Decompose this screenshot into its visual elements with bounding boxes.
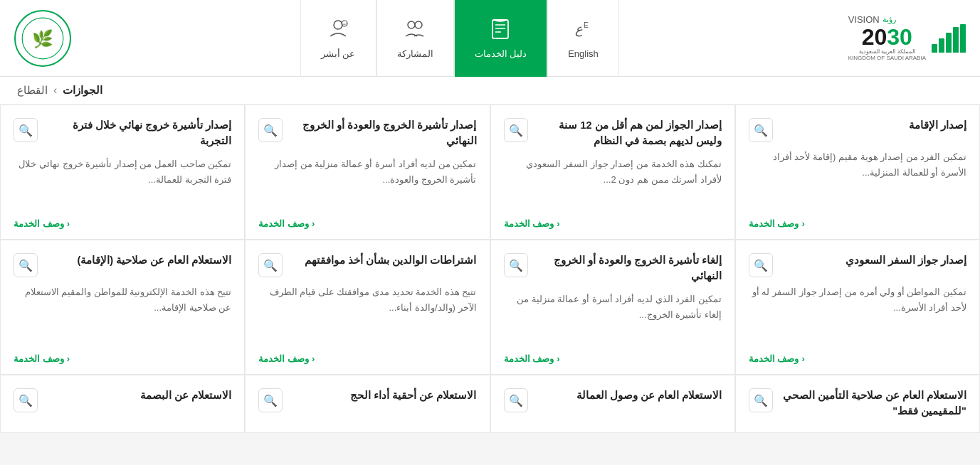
service-card-4: إصدار تأشيرة خروج نهائي خلال فترة التجرب… [0, 105, 245, 240]
svg-text:🌿: 🌿 [32, 28, 53, 49]
card-6-desc: تمكين الفرد الذي لديه أفراد أسرة أو عمال… [504, 292, 722, 347]
tab-participation-label: المشاركة [397, 48, 433, 59]
card-7-link[interactable]: ‹ وصف الخدمة [258, 353, 476, 364]
card-6-title: إلغاء تأشيرة الخروج والعودة أو الخروج ال… [534, 253, 722, 284]
card-3-title: إصدار تأشيرة الخروج والعودة أو الخروج ال… [288, 118, 476, 149]
breadcrumb-current: الجوازات [63, 84, 102, 97]
card-6-header: إلغاء تأشيرة الخروج والعودة أو الخروج ال… [504, 253, 722, 284]
card-8-link[interactable]: ‹ وصف الخدمة [14, 353, 231, 364]
card-6-search-icon[interactable]: 🔍 [504, 253, 528, 277]
vision-year: 2030 [848, 26, 926, 48]
tab-services-guide-label: دليل الخدمات [475, 48, 527, 59]
card-12-header: الاستعلام عن البصمة 🔍 [14, 388, 231, 412]
svg-point-5 [408, 21, 415, 28]
participation-icon [404, 18, 426, 44]
card-5-link[interactable]: ‹ وصف الخدمة [749, 353, 966, 364]
tab-english[interactable]: ع E English [547, 0, 619, 77]
card-4-title: إصدار تأشيرة خروج نهائي خلال فترة التجرب… [43, 118, 231, 149]
card-4-link[interactable]: ‹ وصف الخدمة [14, 218, 231, 229]
tab-services-guide[interactable]: دليل الخدمات [454, 0, 548, 77]
card-5-title: إصدار جواز السفر السعودي [779, 253, 966, 269]
card-3-header: إصدار تأشيرة الخروج والعودة أو الخروج ال… [258, 118, 476, 149]
card-2-header: إصدار الجواز لمن هم أقل من 12 سنة وليس ل… [504, 118, 722, 149]
tab-abshir-label: عن أبشر [321, 48, 356, 59]
card-4-search-icon[interactable]: 🔍 [14, 118, 38, 142]
svg-text:ع: ع [575, 22, 583, 37]
breadcrumb-separator: › [53, 84, 57, 97]
card-7-search-icon[interactable]: 🔍 [258, 253, 283, 277]
card-1-header: إصدار الإقامة 🔍 [749, 118, 966, 142]
service-card-7: اشتراطات الوالدين بشأن أخذ موافقتهم 🔍 تت… [245, 240, 490, 375]
service-card-2: إصدار الجواز لمن هم أقل من 12 سنة وليس ل… [490, 105, 735, 240]
service-card-9: الاستعلام العام عن صلاحية التأمين الصحي … [735, 375, 980, 433]
service-card-6: إلغاء تأشيرة الخروج والعودة أو الخروج ال… [490, 240, 735, 375]
site-logo: 🌿 [14, 10, 71, 67]
service-card-1: إصدار الإقامة 🔍 تمكين الفرد من إصدار هوي… [735, 105, 980, 240]
bars-chart-icon [932, 24, 966, 53]
card-7-header: اشتراطات الوالدين بشأن أخذ موافقتهم 🔍 [258, 253, 476, 277]
svg-text:↩: ↩ [343, 22, 347, 26]
english-icon: ع E [572, 18, 594, 44]
card-4-desc: تمكين صاحب العمل من إصدار تأشيرة خروج نه… [14, 156, 231, 212]
card-10-header: الاستعلام العام عن وصول العمالة 🔍 [504, 388, 722, 412]
svg-rect-7 [492, 20, 508, 38]
services-grid-row3: الاستعلام العام عن صلاحية التأمين الصحي … [0, 375, 980, 433]
card-3-search-icon[interactable]: 🔍 [258, 118, 283, 142]
vision-subtitle: المملكة العربية السعودية KINGDOM OF SAUD… [848, 48, 926, 62]
tab-participation[interactable]: المشاركة [376, 0, 454, 77]
card-2-search-icon[interactable]: 🔍 [504, 118, 528, 142]
breadcrumb-parent: القطاع [17, 84, 48, 97]
card-5-header: إصدار جواز السفر السعودي 🔍 [749, 253, 966, 277]
card-3-desc: تمكين من لديه أفراد أسرة أو عمالة منزلية… [258, 156, 476, 212]
card-7-title: اشتراطات الوالدين بشأن أخذ موافقتهم [288, 253, 476, 269]
card-6-link[interactable]: ‹ وصف الخدمة [504, 353, 722, 364]
card-11-search-icon[interactable]: 🔍 [258, 388, 283, 412]
tab-english-label: English [568, 48, 599, 59]
nav-tabs: ↩ عن أبشر المشاركة [300, 0, 619, 77]
card-1-desc: تمكين الفرد من إصدار هوية مقيم (إقامة لأ… [749, 149, 966, 211]
vision-logo: VISION رؤية 2030 المملكة العربية السعودي… [848, 14, 966, 62]
svg-point-2 [334, 21, 342, 29]
card-7-desc: تتيح هذه الخدمة تحديد مدى موافقتك على قي… [258, 284, 476, 346]
breadcrumb: الجوازات › القطاع [0, 77, 980, 105]
services-grid-row2: إصدار جواز السفر السعودي 🔍 تمكين المواطن… [0, 240, 980, 375]
site-header: 🌿 ↩ عن أبشر [0, 0, 980, 77]
svg-text:E: E [584, 21, 589, 29]
services-guide-icon [490, 18, 511, 44]
card-11-title: الاستعلام عن أحقية أداء الحج [288, 388, 476, 404]
services-grid-row1: إصدار الإقامة 🔍 تمكين الفرد من إصدار هوي… [0, 105, 980, 240]
card-1-search-icon[interactable]: 🔍 [749, 118, 773, 142]
service-card-8: الاستعلام العام عن صلاحية (الإقامة) 🔍 تت… [0, 240, 245, 375]
card-10-search-icon[interactable]: 🔍 [504, 388, 528, 412]
abshir-icon: ↩ [327, 18, 349, 44]
vision-text: VISION رؤية 2030 المملكة العربية السعودي… [848, 14, 926, 62]
card-8-title: الاستعلام العام عن صلاحية (الإقامة) [43, 253, 231, 269]
card-5-desc: تمكين المواطن أو ولي أمره من إصدار جواز … [749, 284, 966, 346]
card-8-desc: تتيح هذه الخدمة الإلكترونية للمواطن والم… [14, 284, 231, 346]
card-2-title: إصدار الجواز لمن هم أقل من 12 سنة وليس ل… [534, 118, 722, 149]
service-card-12: الاستعلام عن البصمة 🔍 [0, 375, 245, 433]
svg-point-6 [415, 21, 422, 28]
tab-abshir[interactable]: ↩ عن أبشر [300, 0, 376, 77]
service-card-10: الاستعلام العام عن وصول العمالة 🔍 [490, 375, 735, 433]
main-content: إصدار الإقامة 🔍 تمكين الفرد من إصدار هوي… [0, 105, 980, 433]
card-10-title: الاستعلام العام عن وصول العمالة [534, 388, 722, 404]
card-12-search-icon[interactable]: 🔍 [14, 388, 38, 412]
card-9-title: الاستعلام العام عن صلاحية التأمين الصحي … [779, 388, 966, 419]
card-3-link[interactable]: ‹ وصف الخدمة [258, 218, 476, 229]
card-1-link[interactable]: ‹ وصف الخدمة [749, 218, 966, 229]
card-12-title: الاستعلام عن البصمة [43, 388, 231, 404]
card-4-header: إصدار تأشيرة خروج نهائي خلال فترة التجرب… [14, 118, 231, 149]
card-2-desc: تمكنك هذه الخدمة من إصدار جواز السفر الس… [504, 156, 722, 212]
card-5-search-icon[interactable]: 🔍 [749, 253, 773, 277]
service-card-11: الاستعلام عن أحقية أداء الحج 🔍 [245, 375, 490, 433]
card-8-search-icon[interactable]: 🔍 [14, 253, 38, 277]
card-1-title: إصدار الإقامة [779, 118, 966, 134]
card-9-search-icon[interactable]: 🔍 [749, 388, 773, 412]
card-9-header: الاستعلام العام عن صلاحية التأمين الصحي … [749, 388, 966, 419]
service-card-3: إصدار تأشيرة الخروج والعودة أو الخروج ال… [245, 105, 490, 240]
card-2-link[interactable]: ‹ وصف الخدمة [504, 218, 722, 229]
card-11-header: الاستعلام عن أحقية أداء الحج 🔍 [258, 388, 476, 412]
service-card-5: إصدار جواز السفر السعودي 🔍 تمكين المواطن… [735, 240, 980, 375]
card-8-header: الاستعلام العام عن صلاحية (الإقامة) 🔍 [14, 253, 231, 277]
